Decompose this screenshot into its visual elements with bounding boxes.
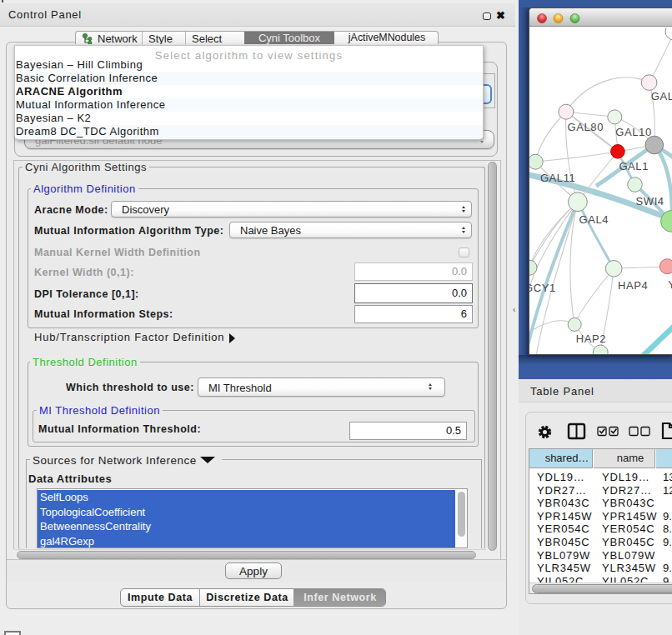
svg-text:GAL10: GAL10 bbox=[615, 126, 651, 138]
svg-text:HAP2: HAP2 bbox=[576, 332, 606, 345]
svg-text:Y: Y bbox=[668, 278, 672, 291]
svg-text:GAL1: GAL1 bbox=[619, 160, 649, 172]
svg-text:GAL: GAL bbox=[651, 90, 672, 102]
svg-text:HAP4: HAP4 bbox=[618, 279, 648, 292]
svg-text:GCY1: GCY1 bbox=[529, 282, 556, 294]
svg-text:SWI4: SWI4 bbox=[636, 195, 664, 208]
svg-text:GAL4: GAL4 bbox=[579, 213, 609, 226]
svg-text:GAL80: GAL80 bbox=[568, 121, 604, 133]
svg-text:GAL11: GAL11 bbox=[540, 172, 576, 184]
